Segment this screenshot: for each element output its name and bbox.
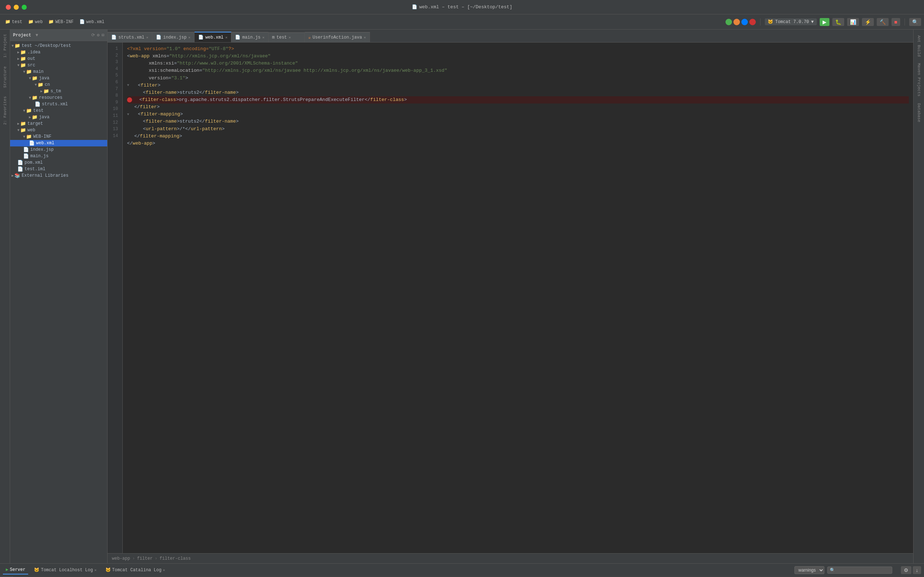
tab-tomcat-catalina[interactable]: 🐱 Tomcat Catalina Log ✕ — [102, 566, 168, 574]
tab-close-button[interactable]: ✕ — [146, 35, 149, 40]
warnings-dropdown[interactable]: warnings errors all — [795, 566, 824, 574]
tab-test[interactable]: m test ✕ — [268, 32, 305, 42]
title-file-icon: 📄 — [412, 4, 417, 10]
tree-item-java2[interactable]: ▶ 📁 java — [10, 114, 107, 121]
tree-item-cn[interactable]: ▼ 📁 cn — [10, 82, 107, 88]
tree-item-web[interactable]: ▼ 📁 web — [10, 127, 107, 134]
structure-tab[interactable]: Structure — [3, 62, 7, 92]
toolbar-web[interactable]: 📁 web — [26, 18, 45, 25]
project-icon: 📁 — [5, 19, 10, 24]
tree-item-webinf[interactable]: ▼ 📁 WEB-INF — [10, 134, 107, 140]
tomcat-config[interactable]: 🐱 Tomcat 7.0.70 ▼ — [765, 18, 817, 25]
breadcrumb-item-2[interactable]: filter — [137, 556, 153, 561]
code-line-14: </web-app> — [127, 140, 909, 147]
tree-item-testiml[interactable]: 📄 test.iml — [10, 166, 107, 172]
breakpoint-marker[interactable] — [127, 97, 132, 102]
minimize-button[interactable] — [14, 5, 19, 10]
toolbar-webxml[interactable]: 📄 web.xml — [77, 18, 107, 25]
collapse-icon[interactable]: ⊟ — [102, 32, 104, 38]
breadcrumb-item-3[interactable]: filter-class — [160, 556, 191, 561]
run-panel-close-button[interactable]: ↓ — [913, 566, 921, 574]
tree-item-webxml[interactable]: 📄 web.xml — [10, 140, 107, 147]
code-area[interactable]: <?xml version="1.0" encoding="UTF-8"?> <… — [123, 43, 913, 553]
tree-item-stm[interactable]: ▶ 📁 s_tm — [10, 88, 107, 95]
profile-button[interactable]: ⚡ — [862, 18, 874, 26]
coverage-button[interactable]: 📊 — [847, 18, 859, 26]
build-button[interactable]: 🔨 — [877, 18, 888, 26]
toolbar-separator-2 — [905, 18, 905, 26]
fold-icon-10[interactable]: ▼ — [127, 112, 129, 118]
tree-item-java[interactable]: ▼ 📁 java — [10, 75, 107, 82]
tab-close-button[interactable]: ✕ — [262, 35, 265, 40]
webxml-icon: 📄 — [79, 19, 85, 24]
project-label: test — [12, 19, 23, 24]
project-header-title: Project — [13, 33, 31, 38]
debug-button[interactable]: 🐛 — [832, 18, 844, 26]
tree-item-mainjs[interactable]: 📄 main.js — [10, 153, 107, 160]
tab-label: main.js — [242, 35, 260, 40]
tab-tomcat-localhost[interactable]: 🐱 Tomcat Localhost Log ✕ — [31, 566, 99, 574]
tab-icon: m — [272, 35, 275, 40]
tab-close-catalina[interactable]: ✕ — [163, 568, 165, 572]
run-panel-settings-button[interactable]: ⚙ — [901, 566, 911, 574]
tree-item-resources[interactable]: ▼ 📁 resources — [10, 95, 107, 101]
tree-item-indexjsp[interactable]: 📄 index.jsp — [10, 147, 107, 153]
favorites-tab[interactable]: 2: Favorites — [3, 92, 7, 129]
right-panel: Ant Build Maven Projects Database — [913, 29, 924, 563]
run-button[interactable]: ▶ — [820, 18, 829, 26]
tab-indexjsp[interactable]: 📄 index.jsp ✕ — [152, 32, 195, 42]
tree-item-label: src — [27, 63, 36, 68]
tree-item-root[interactable]: ▼ 📁 test ~/Desktop/test — [10, 43, 107, 49]
maven-tab[interactable]: Maven Projects — [915, 60, 922, 99]
tree-item-target[interactable]: ▶ 📁 target — [10, 121, 107, 127]
tree-item-out[interactable]: ▶ 📁 out — [10, 56, 107, 62]
tab-webxml[interactable]: 📄 web.xml ✕ — [195, 32, 231, 42]
toolbar-project[interactable]: 📁 test — [3, 18, 24, 25]
tree-item-pomxml[interactable]: 📄 pom.xml — [10, 160, 107, 166]
tab-close-button[interactable]: ✕ — [188, 35, 191, 40]
tree-item-test-dir[interactable]: ▼ 📁 test — [10, 108, 107, 114]
tree-arrow: ▼ — [17, 128, 19, 132]
tab-userinfoaction[interactable]: ☕ UserinfoAction.java ✕ — [305, 32, 370, 42]
console-search-input[interactable] — [827, 567, 892, 574]
settings-icon[interactable]: ⚙ — [97, 32, 100, 38]
tab-close-button[interactable]: ✕ — [364, 35, 366, 40]
opera-icon[interactable] — [749, 19, 756, 25]
ant-build-tab[interactable]: Ant Build — [915, 32, 922, 60]
stop-button[interactable]: ■ — [892, 18, 900, 26]
tree-item-idea[interactable]: ▶ 📁 .idea — [10, 49, 107, 56]
search-everywhere-button[interactable]: 🔍 — [909, 18, 921, 26]
tab-close[interactable]: ✕ — [94, 568, 96, 572]
tree-item-src[interactable]: ▼ 📁 src — [10, 62, 107, 69]
tab-strutsxml[interactable]: 📄 struts.xml ✕ — [108, 32, 152, 42]
line-num-11: 11 — [108, 113, 120, 119]
code-line-13: </filter-mapping> — [127, 133, 909, 140]
tab-close-button[interactable]: ✕ — [289, 35, 291, 40]
project-tab[interactable]: 1: Project — [3, 29, 7, 62]
tree-item-label: WEB-INF — [33, 134, 51, 139]
tab-mainjs[interactable]: 📄 main.js ✕ — [231, 32, 268, 42]
mainjs-icon: 📄 — [23, 153, 29, 159]
firefox-icon[interactable] — [733, 19, 740, 25]
tree-item-main[interactable]: ▼ 📁 main — [10, 69, 107, 75]
idea-folder-icon: 📁 — [20, 49, 26, 55]
run-tab-label[interactable]: ▶ Server — [3, 566, 28, 574]
fold-icon-6[interactable]: ▼ — [127, 82, 129, 89]
toolbar-webinf[interactable]: 📁 WEB-INF — [46, 18, 76, 25]
tree-item-label: java — [39, 115, 50, 120]
safari-icon[interactable] — [741, 19, 748, 25]
tree-item-label: struts.xml — [42, 102, 68, 107]
tree-item-strutsxml[interactable]: 📄 struts.xml — [10, 101, 107, 108]
breadcrumb-item-1[interactable]: web-app — [112, 556, 130, 561]
maximize-button[interactable] — [22, 5, 27, 10]
tab-close-button[interactable]: ✕ — [225, 35, 228, 40]
sync-icon[interactable]: ⟳ — [91, 32, 95, 38]
stm-folder-icon: 📁 — [43, 89, 49, 94]
chrome-icon[interactable] — [725, 19, 732, 25]
project-dropdown-icon[interactable]: ▼ — [36, 33, 38, 38]
database-tab[interactable]: Database — [915, 100, 922, 125]
line-num-14: 14 — [108, 133, 120, 140]
close-button[interactable] — [6, 5, 11, 10]
tree-item-extlibs[interactable]: ▶ 📚 External Libraries — [10, 172, 107, 179]
root-folder-icon: 📁 — [15, 43, 20, 49]
